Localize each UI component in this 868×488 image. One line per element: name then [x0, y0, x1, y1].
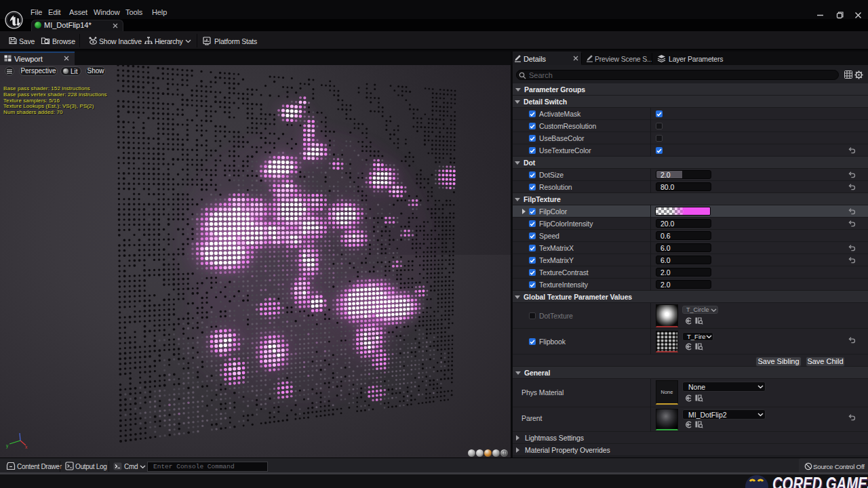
- svg-text:x: x: [25, 445, 28, 449]
- svg-text:y: y: [6, 443, 9, 449]
